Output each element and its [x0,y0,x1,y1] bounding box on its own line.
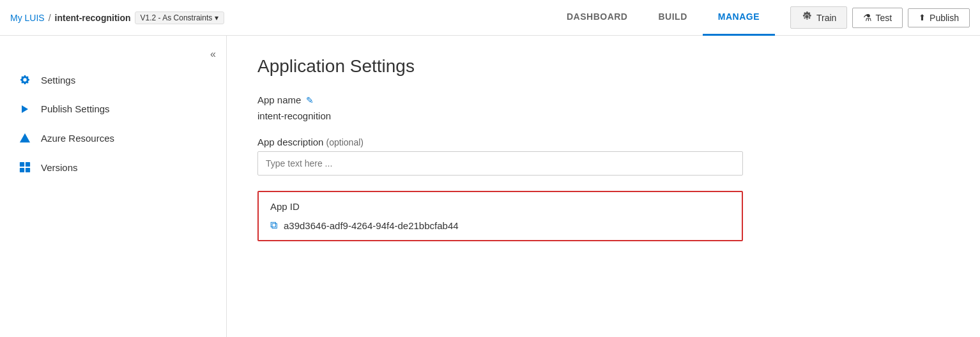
sidebar-item-settings-label: Settings [41,75,75,86]
app-id-value: ⧉ a39d3646-adf9-4264-94f4-de21bbcfab44 [270,220,730,231]
test-label: Test [875,13,892,23]
app-name-label: App name ✎ [257,94,949,105]
tab-build[interactable]: BUILD [643,0,702,36]
tab-dashboard[interactable]: DASHBOARD [551,0,643,36]
app-id-box: App ID ⧉ a39d3646-adf9-4264-94f4-de21bbc… [257,191,743,241]
page-title: Application Settings [257,56,949,77]
sidebar-item-versions[interactable]: Versions [0,153,226,182]
app-name-value: intent-recognition [257,110,949,121]
app-id-label: App ID [270,201,730,212]
app-description-label: App description (optional) [257,137,949,147]
header-actions: Train ⚗ Test ⬆ Publish [790,6,970,29]
collapse-icon[interactable]: « [210,49,216,60]
flask-icon: ⚗ [863,12,871,24]
publish-label: Publish [930,13,959,23]
gear-spin-icon [801,11,813,24]
optional-text: (optional) [326,137,364,147]
sidebar-item-azure-resources[interactable]: Azure Resources [0,123,226,153]
content-area: Application Settings App name ✎ intent-r… [227,36,980,337]
sidebar-item-versions-label: Versions [41,162,78,173]
train-button[interactable]: Train [790,6,847,29]
sidebar-collapse: « [0,43,226,65]
breadcrumb-separator: / [49,13,51,23]
train-label: Train [816,13,836,23]
sidebar-item-publish-settings[interactable]: Publish Settings [0,94,226,123]
app-id-text: a39d3646-adf9-4264-94f4-de21bbcfab44 [284,220,459,231]
app-name-section: App name ✎ intent-recognition [257,94,949,121]
gear-icon [18,74,32,86]
chevron-down-icon: ▾ [215,13,218,22]
app-name-breadcrumb: intent-recognition [55,13,131,23]
svg-rect-3 [26,162,30,167]
sidebar: « Settings Publish Settings [0,36,227,337]
header: My LUIS / intent-recognition V1.2 - As C… [0,0,980,36]
sidebar-item-azure-resources-label: Azure Resources [41,133,114,144]
sidebar-item-settings[interactable]: Settings [0,65,226,94]
svg-rect-4 [20,168,24,172]
publish-icon: ⬆ [919,13,926,22]
svg-marker-0 [22,105,28,113]
publish-button[interactable]: ⬆ Publish [908,8,970,27]
svg-rect-5 [26,168,30,172]
versions-grid-icon [18,161,32,173]
version-selector[interactable]: V1.2 - As Constraints ▾ [135,11,225,24]
breadcrumb: My LUIS / intent-recognition V1.2 - As C… [10,11,224,24]
app-description-section: App description (optional) [257,137,949,176]
app-description-input[interactable] [257,151,743,176]
version-label: V1.2 - As Constraints [141,13,213,22]
azure-triangle-icon [18,132,32,144]
test-button[interactable]: ⚗ Test [852,8,903,28]
sidebar-item-publish-settings-label: Publish Settings [41,103,110,114]
edit-app-name-icon[interactable]: ✎ [306,95,314,105]
tab-manage[interactable]: MANAGE [703,0,775,36]
main-layout: « Settings Publish Settings [0,36,980,337]
copy-app-id-icon[interactable]: ⧉ [270,220,277,231]
svg-rect-2 [20,162,24,167]
main-nav: DASHBOARD BUILD MANAGE [551,0,775,36]
svg-marker-1 [20,133,30,142]
my-luis-link[interactable]: My LUIS [10,13,45,23]
play-icon [18,104,32,114]
